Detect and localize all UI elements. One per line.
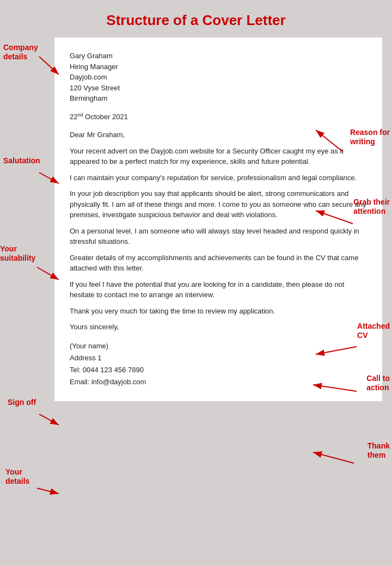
paragraph-4: On a personal level, I am someone who wi… — [70, 226, 367, 247]
attached-cv-label: AttachedCV — [357, 322, 390, 340]
svg-line-5 — [37, 488, 59, 494]
your-suitability-label: Yoursuitability — [0, 244, 35, 263]
letter-date: 22nd October 2021 — [70, 112, 367, 122]
sender-details: (Your name) Address 1 Tel: 0044 123 456 … — [70, 340, 367, 388]
grab-attention-label: Grab theirattention — [353, 198, 390, 216]
paragraph-1: Your recent advert on the Dayjob.com web… — [70, 146, 367, 167]
letter-box: Gary Graham Hiring Manager Dayjob.com 12… — [54, 38, 382, 401]
paragraph-5: Greater details of my accomplishments an… — [70, 253, 367, 274]
company-details-label: Companydetails — [3, 43, 38, 61]
recipient-address: Gary Graham Hiring Manager Dayjob.com 12… — [70, 51, 367, 104]
svg-line-4 — [39, 414, 59, 425]
svg-line-10 — [313, 452, 354, 463]
paragraph-3: In your job description you say that app… — [70, 188, 367, 220]
paragraph-7: Thank you very much for taking the time … — [70, 306, 367, 317]
sign-off-label: Sign off — [8, 398, 36, 407]
page-title: Structure of a Cover Letter — [0, 0, 392, 38]
letter-closing: Yours sincerely, — [70, 322, 367, 333]
your-details-label: Yourdetails — [5, 467, 29, 486]
call-to-action-label: Call toaction — [366, 374, 390, 392]
paragraph-6: If you feel I have the potential that yo… — [70, 279, 367, 300]
salutation-label: Salutation — [3, 156, 40, 165]
reason-for-writing-label: Reason forwriting — [350, 128, 390, 146]
letter-salutation: Dear Mr Graham, — [70, 130, 367, 140]
paragraph-2: I can maintain your company's reputation… — [70, 173, 367, 183]
thank-them-label: Thankthem — [367, 441, 390, 460]
